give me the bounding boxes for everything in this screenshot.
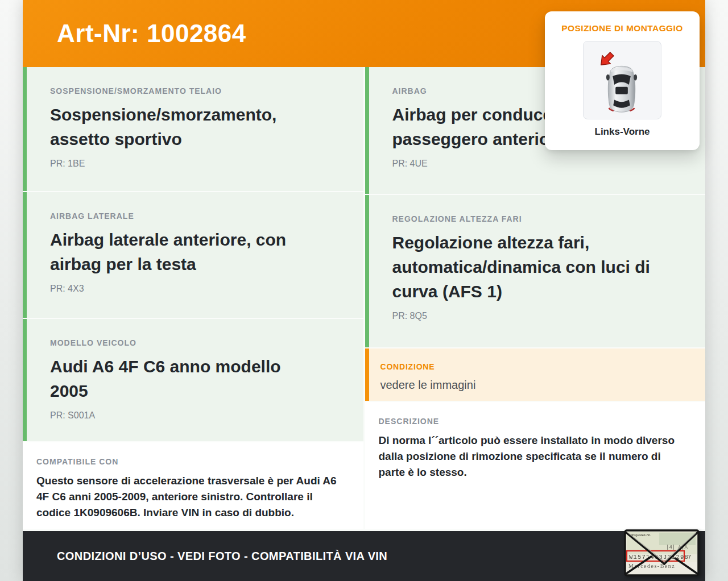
card-condition: CONDIZIONE vedere le immagini xyxy=(365,348,706,401)
red-arrow-icon xyxy=(597,50,616,69)
card-label: MODELLO VEICOLO xyxy=(50,338,341,347)
card-suspension: SOSPENSIONE/SMORZAMENTO TELAIO Sospensio… xyxy=(23,67,363,191)
card-label: AIRBAG LATERALE xyxy=(50,211,341,221)
pr-code: PR: 4UE xyxy=(392,159,683,169)
compatibility-text: Questo sensore di accelerazione trasvers… xyxy=(36,473,346,521)
article-number: Art-Nr: 1002864 xyxy=(57,19,246,48)
card-label: SOSPENSIONE/SMORZAMENTO TELAIO xyxy=(50,86,341,96)
card-compatible-with: COMPATIBILE CON Questo sensore di accele… xyxy=(23,442,363,529)
card-headlight-range: REGOLAZIONE ALTEZZA FARI Regolazione alt… xyxy=(365,195,706,347)
card-label: DESCRIZIONE xyxy=(379,417,689,426)
card-label: COMPATIBILE CON xyxy=(36,457,346,466)
condition-value: vedere le immagini xyxy=(380,377,690,393)
pr-code: PR: 1BE xyxy=(50,159,341,169)
car-body xyxy=(606,66,637,112)
vin-suffix: 7 xyxy=(688,554,691,561)
card-title: Sospensione/smorzamento, assetto sportiv… xyxy=(50,102,317,151)
card-side-airbag: AIRBAG LATERALE Airbag laterale anterior… xyxy=(23,192,363,318)
card-label: CONDIZIONE xyxy=(380,362,690,371)
footer-text: CONDIZIONI D’USO - VEDI FOTO - COMPATIBI… xyxy=(57,550,387,563)
description-text: Di norma l´´articolo può essere installa… xyxy=(379,433,689,480)
card-title: Audi A6 4F C6 anno modello 2005 xyxy=(50,354,317,403)
envelope-with-registration-doc: Fahrgestell-Nr. |4| A|A W1571463J31298 7… xyxy=(624,529,700,576)
pr-code: PR: 4X3 xyxy=(50,284,341,294)
card-vehicle-model: MODELLO VEICOLO Audi A6 4F C6 anno model… xyxy=(23,319,363,441)
mounting-position-value: Links-Vorne xyxy=(595,126,650,138)
pr-code: PR: S001A xyxy=(50,410,341,421)
mounting-position-card: POSIZIONE DI MONTAGGIO xyxy=(545,11,700,150)
card-label: REGOLAZIONE ALTEZZA FARI xyxy=(392,214,683,223)
pr-code: PR: 8Q5 xyxy=(392,311,683,321)
card-title: Regolazione altezza fari, automatica/din… xyxy=(392,230,660,304)
card-title: Airbag laterale anteriore, con airbag pe… xyxy=(50,227,317,276)
vin-envelope-image: Fahrgestell-Nr. |4| A|A W1571463J31298 7… xyxy=(624,529,700,576)
car-top-view-icon xyxy=(584,42,661,119)
left-column: SOSPENSIONE/SMORZAMENTO TELAIO Sospensio… xyxy=(23,67,363,529)
card-description: DESCRIZIONE Di norma l´´articolo può ess… xyxy=(365,402,706,529)
footer-bar: CONDIZIONI D’USO - VEDI FOTO - COMPATIBI… xyxy=(23,531,705,581)
mounting-position-label: POSIZIONE DI MONTAGGIO xyxy=(561,23,682,34)
car-top-view-image xyxy=(583,41,661,119)
